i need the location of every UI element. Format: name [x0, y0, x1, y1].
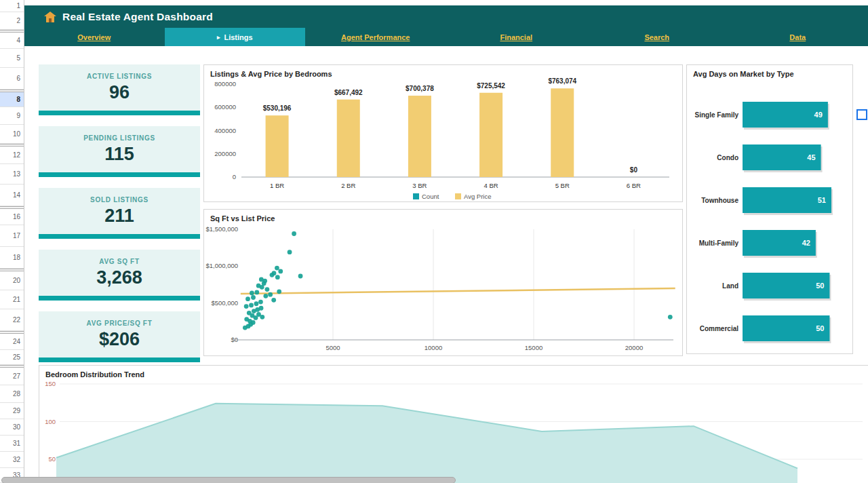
kpi-value: 3,268 [96, 267, 142, 288]
row-header-6[interactable]: 6 [0, 68, 24, 90]
scatter-dot [275, 266, 279, 271]
active-tab-marker-icon: ▸ [217, 34, 220, 41]
bar-value-label: $763,074 [548, 77, 576, 85]
x-tick: 10000 [425, 344, 442, 351]
row-header-2[interactable]: 2 [0, 12, 24, 30]
row-header-31[interactable]: 31 [0, 436, 24, 452]
scatter-dot [244, 317, 249, 322]
hbar-category-label: Multi-Family [699, 239, 739, 247]
tab-listings-label: Listings [224, 33, 252, 41]
row-header-28[interactable]: 28 [0, 385, 24, 403]
hbar-value-label: 50 [816, 282, 824, 290]
tab-overview[interactable]: Overview [24, 28, 165, 46]
row-header-13[interactable]: 13 [0, 164, 24, 185]
spreadsheet-dashboard: 1245689101213141617182021222425272829303… [0, 0, 868, 483]
row-header-27[interactable]: 27 [0, 368, 24, 385]
hbar-category-label: Land [722, 282, 738, 290]
x-category-label: 6 BR [627, 182, 641, 189]
tab-listings[interactable]: ▸ Listings [165, 28, 306, 46]
x-tick: 5000 [326, 344, 340, 351]
row-header-30[interactable]: 30 [0, 419, 24, 436]
scatter-dot [277, 289, 281, 294]
avg-price-bar [266, 115, 289, 177]
kpi-label: ACTIVE LISTINGS [87, 73, 152, 80]
scatter-dot [259, 277, 264, 282]
row-header-12[interactable]: 12 [0, 147, 24, 164]
row-header-32[interactable]: 32 [0, 452, 24, 468]
row-header-24[interactable]: 24 [0, 334, 24, 350]
dashboard-header: Real Estate Agent Dashboard Overview ▸ L… [24, 5, 868, 46]
horizontal-scrollbar[interactable] [1, 477, 456, 483]
tab-financial[interactable]: Financial [446, 28, 587, 46]
scatter-dot [258, 300, 263, 305]
scatter-dot [271, 298, 276, 303]
chart-avg-days-on-market: Avg Days on Market by Type Single Family… [686, 64, 853, 354]
scatter-dot [265, 287, 270, 292]
row-header-22[interactable]: 22 [0, 309, 24, 331]
bar-value-label: $667,492 [334, 89, 363, 96]
row-header-16[interactable]: 16 [0, 209, 24, 225]
area-fill [56, 404, 797, 483]
kpi-accent-bar [39, 111, 200, 115]
bar-value-label: $700,378 [406, 85, 434, 92]
x-category-label: 4 BR [484, 182, 498, 189]
chart-title: Bedroom Distribution Trend [45, 370, 144, 379]
x-tick: 20000 [625, 344, 643, 351]
scatter-dot [268, 292, 273, 297]
y-tick: 150 [45, 380, 56, 387]
kpi-avg-sqft: AVG SQ FT 3,268 [39, 250, 200, 301]
kpi-value: 96 [109, 82, 130, 103]
row-header-25[interactable]: 25 [0, 350, 24, 365]
scatter-dot [247, 311, 252, 315]
scatter-chart-canvas: 5000100001500020000$0$500,000$1,000,000$… [204, 210, 682, 355]
title-bar: Real Estate Agent Dashboard [24, 5, 868, 28]
house-icon [44, 12, 56, 22]
chart-bedroom-distribution-trend: Bedroom Distribution Trend 15010050 [39, 365, 868, 483]
legend-swatch [455, 193, 461, 199]
row-header-17[interactable]: 17 [0, 225, 24, 247]
y-tick: 800000 [214, 80, 236, 88]
kpi-active-listings: ACTIVE LISTINGS 96 [39, 64, 200, 115]
row-header-1[interactable]: 1 [0, 0, 24, 12]
kpi-value: 115 [104, 144, 134, 165]
scatter-dot [256, 284, 261, 288]
tab-agent-performance[interactable]: Agent Performance [305, 28, 446, 46]
avg-price-bar [408, 96, 431, 177]
x-category-label: 1 BR [270, 182, 284, 189]
row-header-20[interactable]: 20 [0, 271, 24, 290]
y-tick: 200000 [214, 150, 236, 157]
tab-data[interactable]: Data [728, 28, 868, 46]
y-tick: 600000 [214, 103, 236, 111]
row-header-14[interactable]: 14 [0, 185, 24, 206]
x-category-label: 2 BR [341, 182, 355, 189]
scatter-dot [272, 271, 277, 275]
row-header-21[interactable]: 21 [0, 290, 24, 309]
kpi-label: PENDING LISTINGS [83, 134, 155, 142]
scatter-dot [244, 304, 249, 309]
nav-tabs: Overview ▸ Listings Agent Performance Fi… [24, 28, 868, 46]
row-header-gutter: 1245689101213141617182021222425272829303… [0, 0, 24, 483]
scatter-dot [263, 294, 268, 298]
kpi-value: 211 [104, 206, 134, 227]
tab-search[interactable]: Search [587, 28, 728, 46]
row-header-18[interactable]: 18 [0, 247, 24, 269]
hbar-category-label: Single Family [695, 111, 739, 119]
row-header-5[interactable]: 5 [0, 49, 24, 68]
y-tick: 100 [45, 418, 56, 425]
page-title: Real Estate Agent Dashboard [62, 11, 213, 23]
row-header-29[interactable]: 29 [0, 403, 24, 419]
row-header-8[interactable]: 8 [0, 92, 24, 107]
row-header-10[interactable]: 10 [0, 125, 24, 144]
bar-value-label: $530,196 [263, 104, 292, 112]
row-header-9[interactable]: 9 [0, 107, 24, 125]
kpi-pending-listings: PENDING LISTINGS 115 [39, 126, 200, 177]
scatter-dot [250, 291, 254, 296]
row-header-4[interactable]: 4 [0, 33, 24, 49]
legend-swatch [413, 193, 419, 199]
trend-line [241, 288, 675, 294]
chart-sqft-vs-list-price: Sq Ft vs List Price 5000100001500020000$… [203, 209, 683, 356]
y-tick: 0 [233, 173, 236, 180]
cell-selection-box[interactable] [856, 109, 867, 120]
avg-price-bar [479, 93, 502, 177]
scatter-dot [288, 250, 292, 254]
